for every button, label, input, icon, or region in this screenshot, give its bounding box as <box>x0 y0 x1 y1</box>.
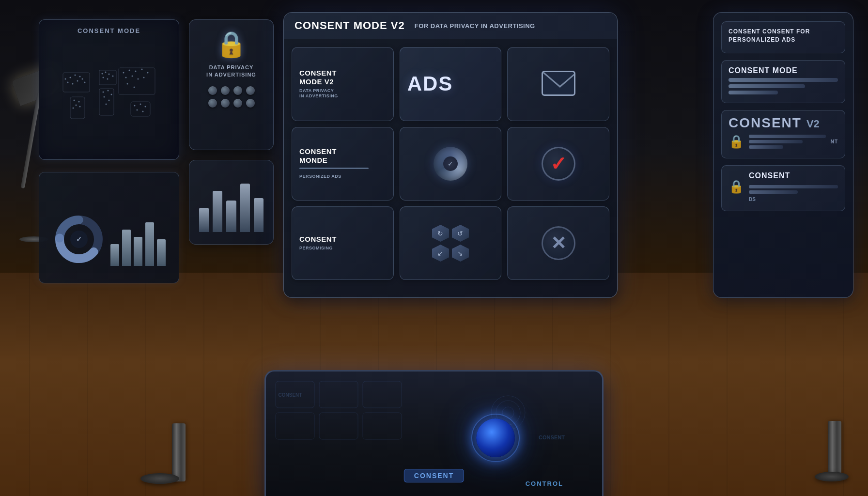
svg-text:✓: ✓ <box>76 235 82 243</box>
main-header: CONSENT MODE V2 FOR DATA PRIVACY IN ADVE… <box>284 13 617 39</box>
svg-point-21 <box>107 78 108 80</box>
right-card-3: CONSENT V2 🔒 NT <box>721 110 845 158</box>
right-lock-icon-2: 🔒 <box>728 179 744 194</box>
svg-rect-0 <box>63 73 90 92</box>
hex-3: ↙ <box>432 245 449 262</box>
card-envelope[interactable] <box>507 47 609 121</box>
card-hex[interactable]: ↻ ↺ ↙ ↘ <box>400 206 502 280</box>
right-bar-2 <box>728 84 805 88</box>
ads-text: ADS <box>407 72 453 95</box>
charts-panel: ✓ <box>39 172 179 283</box>
svg-rect-30 <box>119 68 155 94</box>
svg-point-25 <box>108 90 109 92</box>
dot-1[interactable] <box>208 86 217 95</box>
svg-point-7 <box>82 78 83 80</box>
svg-point-5 <box>72 83 74 85</box>
svg-point-46 <box>137 109 138 111</box>
bar-4 <box>145 222 154 266</box>
svg-point-12 <box>78 101 80 103</box>
envelope-icon <box>542 71 575 96</box>
svg-point-20 <box>103 77 104 78</box>
svg-point-36 <box>125 77 127 78</box>
dot-3[interactable] <box>233 86 242 95</box>
right-lock-row-2: 🔒 CONSENT DS <box>728 171 838 202</box>
svg-point-15 <box>79 106 81 108</box>
bars-panel <box>189 160 274 245</box>
svg-point-2 <box>75 75 76 76</box>
svg-point-19 <box>108 74 110 75</box>
card-checkmark[interactable]: ✓ <box>507 127 609 201</box>
dot-2[interactable] <box>221 86 230 95</box>
card-consent-monde[interactable]: CONSENTMONDE PERSONIZED ADS <box>292 127 394 201</box>
card-consent-persomising[interactable]: CONSENT PERSOMISING <box>292 206 394 280</box>
lock-dots-panel: 🔒 DATA PRIVACY IN ADVERTISING <box>189 19 274 150</box>
svg-point-35 <box>147 72 149 74</box>
svg-point-43 <box>134 105 136 107</box>
donut-chart: ✓ <box>52 213 106 266</box>
card-x[interactable]: ✕ <box>507 206 609 280</box>
dot-7[interactable] <box>233 99 242 108</box>
svg-point-11 <box>74 100 75 101</box>
right-card-2-title: CONSENT MODE <box>728 66 838 75</box>
svg-point-47 <box>142 111 144 112</box>
svg-rect-54 <box>319 381 358 408</box>
hex-1: ↻ <box>432 225 449 242</box>
card-4-title: CONSENTMONDE <box>299 147 337 165</box>
tablet-consent-label[interactable]: CONSENT <box>404 469 464 482</box>
main-bar-3 <box>226 201 236 232</box>
right-card-1: CONSENT CONSENT FOR PERSONALIZED ADS <box>721 21 845 53</box>
right-lock-bars-2: CONSENT DS <box>749 171 838 202</box>
world-map-title: CONSENT MODE <box>39 27 179 34</box>
bar-3 <box>134 237 142 266</box>
card-4-divider <box>299 168 369 169</box>
lock-bar-5 <box>749 190 798 194</box>
right-bar-3 <box>728 91 778 94</box>
right-panel: CONSENT CONSENT FOR PERSONALIZED ADS CON… <box>713 12 853 298</box>
main-header-title: CONSENT MODE V2 <box>294 20 405 31</box>
v2-badge: V2 <box>806 118 820 130</box>
world-map-panel: CONSENT MODE <box>39 19 179 160</box>
svg-point-39 <box>143 77 145 78</box>
svg-point-6 <box>77 80 78 82</box>
lock-bar-3 <box>749 145 783 149</box>
svg-point-13 <box>76 105 77 106</box>
svg-point-26 <box>111 94 112 95</box>
x-icon: ✕ <box>542 226 575 260</box>
svg-text:CONSENT: CONSENT <box>539 434 565 440</box>
lock-bar-1 <box>749 135 826 138</box>
dot-4[interactable] <box>246 86 255 95</box>
right-bar-1 <box>728 78 838 82</box>
lamp-arm <box>21 93 42 188</box>
main-bar-2 <box>213 191 222 232</box>
svg-rect-16 <box>99 70 116 85</box>
svg-point-14 <box>73 108 74 109</box>
cylinder-left <box>172 423 186 481</box>
svg-point-31 <box>123 72 124 74</box>
right-lock-bars-1 <box>749 135 826 149</box>
card-consent-mode-v2[interactable]: CONSENTMODE V2 DATA PRIVACYIN ADVERTISIN… <box>292 47 394 121</box>
card-dial[interactable]: ✓ <box>400 127 502 201</box>
svg-rect-56 <box>276 413 314 439</box>
lock-label: DATA PRIVACY IN ADVERTISING <box>206 64 256 79</box>
main-panel: CONSENT MODE V2 FOR DATA PRIVACY IN ADVE… <box>283 12 618 298</box>
tablet-overlay-svg: CONSENT CONSENT <box>271 376 600 454</box>
consent-big-label: CONSENT <box>728 116 802 130</box>
svg-point-33 <box>135 71 137 72</box>
dial-check-icon: ✓ <box>448 160 453 168</box>
dial-icon: ✓ <box>434 147 467 181</box>
envelope-container <box>542 71 575 97</box>
lock-bar-2 <box>749 140 803 143</box>
dot-8[interactable] <box>246 99 255 108</box>
hex-2: ↺ <box>452 225 469 242</box>
lock-bar-4 <box>749 185 838 188</box>
svg-point-37 <box>132 76 133 77</box>
checkmark-symbol: ✓ <box>550 154 567 173</box>
envelope-svg <box>543 72 575 96</box>
svg-rect-58 <box>363 413 402 439</box>
svg-rect-57 <box>319 413 358 439</box>
svg-point-45 <box>145 106 146 108</box>
card-ads[interactable]: ADS <box>400 47 502 121</box>
dot-6[interactable] <box>221 99 230 108</box>
world-map-svg <box>56 51 162 138</box>
dot-5[interactable] <box>208 99 217 108</box>
